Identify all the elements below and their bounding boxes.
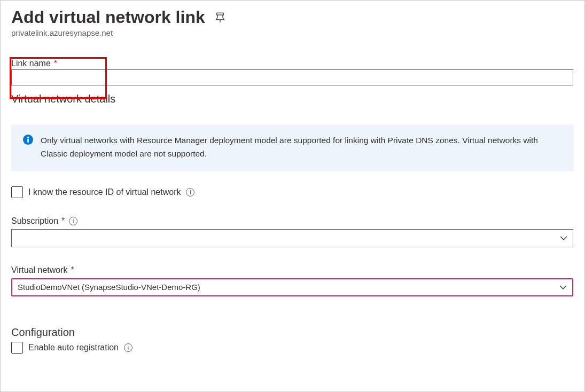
required-indicator: *	[61, 216, 65, 226]
info-tooltip-icon[interactable]: i	[186, 188, 194, 197]
info-icon	[23, 135, 33, 147]
required-indicator: *	[71, 265, 74, 275]
pin-icon[interactable]	[215, 12, 225, 25]
svg-rect-4	[27, 139, 29, 143]
required-indicator: *	[54, 59, 57, 68]
know-resource-id-label: I know the resource ID of virtual networ…	[28, 187, 181, 197]
chevron-down-icon	[560, 234, 567, 242]
subscription-dropdown[interactable]	[11, 229, 573, 247]
page-subtitle: privatelink.azuresynapse.net	[11, 28, 574, 37]
link-name-label: Link name *	[11, 59, 57, 68]
subscription-label: Subscription *	[11, 216, 65, 226]
enable-auto-registration-label: Enable auto registration	[28, 343, 119, 352]
virtual-network-value: StudioDemoVNet (SynapseStudio-VNet-Demo-…	[18, 283, 200, 292]
configuration-header: Configuration	[11, 326, 574, 339]
svg-point-3	[27, 137, 29, 138]
link-name-input[interactable]	[11, 69, 573, 85]
info-box: Only virtual networks with Resource Mana…	[11, 124, 574, 171]
virtual-network-label: Virtual network *	[11, 265, 74, 275]
vnet-details-header: Virtual network details	[11, 93, 574, 105]
enable-auto-registration-checkbox[interactable]	[11, 342, 23, 354]
svg-rect-0	[216, 13, 223, 15]
subscription-label-text: Subscription	[11, 216, 58, 226]
page-title: Add virtual network link	[11, 7, 205, 27]
know-resource-id-checkbox[interactable]	[11, 186, 23, 198]
link-name-label-text: Link name	[11, 59, 51, 68]
info-box-text: Only virtual networks with Resource Mana…	[41, 134, 562, 161]
info-tooltip-icon[interactable]: i	[124, 343, 132, 352]
virtual-network-dropdown[interactable]: StudioDemoVNet (SynapseStudio-VNet-Demo-…	[11, 278, 573, 296]
virtual-network-label-text: Virtual network	[11, 265, 68, 275]
chevron-down-icon	[559, 284, 567, 291]
info-tooltip-icon[interactable]: i	[69, 217, 77, 225]
